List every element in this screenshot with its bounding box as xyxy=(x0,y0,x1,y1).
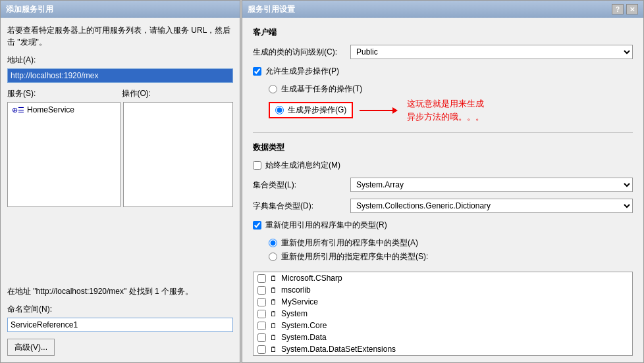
reuse-specified-radio[interactable] xyxy=(269,253,277,261)
assembly-icon-3: 🗒 xyxy=(270,310,277,318)
namespace-label: 命名空间(N): xyxy=(7,304,233,315)
always-generate-checkbox[interactable] xyxy=(253,161,261,170)
assembly-icon-1: 🗒 xyxy=(270,286,277,294)
async-operation-label: 生成异步操作(G) xyxy=(288,105,346,116)
annotation-container: 这玩意就是用来生成 异步方法的哦。。。 xyxy=(360,97,484,123)
assembly-checkbox-5[interactable] xyxy=(257,333,266,342)
async-radio-group: 生成基于任务的操作(T) 生成异步操作(G) 这玩意就是用来生成 异步方法的哦。… xyxy=(269,84,633,123)
right-title-bar: 服务引用设置 ? ✕ xyxy=(242,1,643,18)
async-operation-container: 生成异步操作(G) 这玩意就是用来生成 异步方法的哦。。。 xyxy=(269,97,633,123)
collection-type-label: 集合类型(L): xyxy=(253,180,345,191)
async-operation-row: 生成异步操作(G) xyxy=(269,102,353,118)
assembly-checkbox-4[interactable] xyxy=(257,322,266,330)
divider-1 xyxy=(253,132,633,133)
assembly-name-3: System xyxy=(281,309,308,318)
right-title: 服务引用设置 xyxy=(248,4,295,15)
arrow-head xyxy=(392,107,398,114)
assembly-checkbox-0[interactable] xyxy=(257,274,266,283)
assembly-name-4: System.Core xyxy=(281,321,327,330)
operations-box[interactable] xyxy=(123,102,234,207)
assembly-checkbox-2[interactable] xyxy=(257,298,266,306)
left-content: 若要查看特定服务器上的可用服务列表，请输入服务 URL，然后击 "发现"。 地址… xyxy=(1,18,240,362)
client-section-header: 客户端 xyxy=(253,27,633,38)
left-title: 添加服务引用 xyxy=(6,4,53,15)
dict-type-row: 字典集合类型(D): System.Collections.Generic.Di… xyxy=(253,199,633,213)
assembly-item-4[interactable]: 🗒 System.Core xyxy=(254,320,632,331)
assembly-name-0: Microsoft.CSharp xyxy=(281,274,342,283)
assembly-item-1[interactable]: 🗒 mscorlib xyxy=(254,284,632,296)
right-content: 客户端 生成的类的访问级别(C): Public Internal 允许生成异步… xyxy=(242,18,643,362)
services-label: 服务(S): xyxy=(7,88,119,99)
task-based-radio[interactable] xyxy=(269,85,277,93)
help-button[interactable]: ? xyxy=(612,4,624,14)
reuse-radio-group: 重新使用所有引用的程序集中的类型(A) 重新使用所引用的指定程序集中的类型(S)… xyxy=(269,237,633,262)
service-box[interactable]: ⊕☰ HomeService xyxy=(7,102,121,207)
access-level-row: 生成的类的访问级别(C): Public Internal xyxy=(253,45,633,59)
always-generate-row: 始终生成消息约定(M) xyxy=(253,160,633,171)
assembly-checkbox-3[interactable] xyxy=(257,310,266,318)
dict-type-select[interactable]: System.Collections.Generic.Dictionary xyxy=(350,199,633,213)
task-based-radio-row: 生成基于任务的操作(T) xyxy=(269,84,633,95)
assembly-checkbox-6[interactable] xyxy=(257,345,266,354)
left-title-bar: 添加服务引用 xyxy=(1,1,240,18)
async-checkbox-row: 允许生成异步操作(P) xyxy=(253,66,633,77)
assembly-item-0[interactable]: 🗒 Microsoft.CSharp xyxy=(254,272,632,284)
assembly-icon-5: 🗒 xyxy=(270,333,277,341)
async-operation-radio[interactable] xyxy=(275,106,284,114)
services-section: 服务(S): 操作(O): xyxy=(7,88,233,99)
reuse-all-radio[interactable] xyxy=(269,239,277,247)
assembly-icon-6: 🗒 xyxy=(270,345,277,353)
reuse-specified-radio-row: 重新使用所引用的指定程序集中的类型(S): xyxy=(269,251,633,262)
status-text: 在地址 "http://localhost:1920/mex" 处找到 1 个服… xyxy=(7,285,233,297)
async-checkbox-label: 允许生成异步操作(P) xyxy=(265,66,339,77)
assembly-name-1: mscorlib xyxy=(281,285,311,295)
reuse-all-radio-row: 重新使用所有引用的程序集中的类型(A) xyxy=(269,237,633,249)
reuse-all-label: 重新使用所有引用的程序集中的类型(A) xyxy=(281,237,418,249)
namespace-input[interactable] xyxy=(7,318,233,332)
left-panel: 添加服务引用 若要查看特定服务器上的可用服务列表，请输入服务 URL，然后击 "… xyxy=(0,0,240,363)
assembly-icon-4: 🗒 xyxy=(270,322,277,329)
operations-label: 操作(O): xyxy=(122,88,234,99)
service-icon: ⊕☰ xyxy=(12,106,24,114)
collection-type-select[interactable]: System.Array xyxy=(350,178,633,192)
assembly-icon-0: 🗒 xyxy=(270,274,277,282)
title-buttons: ? ✕ xyxy=(612,4,638,14)
annotation-text: 这玩意就是用来生成 异步方法的哦。。。 xyxy=(407,97,484,123)
arrow-line xyxy=(360,110,392,111)
assembly-checkbox-1[interactable] xyxy=(257,286,266,295)
assembly-item-2[interactable]: 🗒 MyService xyxy=(254,296,632,308)
close-button[interactable]: ✕ xyxy=(626,4,638,14)
reuse-specified-label: 重新使用所引用的指定程序集中的类型(S): xyxy=(281,251,428,262)
reuse-checkbox-label: 重新使用引用的程序集中的类型(R) xyxy=(265,220,387,231)
service-item[interactable]: ⊕☰ HomeService xyxy=(9,104,119,116)
reuse-checkbox[interactable] xyxy=(253,221,261,230)
always-generate-label: 始终生成消息约定(M) xyxy=(265,160,340,171)
access-level-select[interactable]: Public Internal xyxy=(350,45,633,59)
right-panel: 服务引用设置 ? ✕ 客户端 生成的类的访问级别(C): Public Inte… xyxy=(242,0,644,363)
data-type-section-header: 数据类型 xyxy=(253,142,633,153)
task-based-label: 生成基于任务的操作(T) xyxy=(281,84,362,95)
dict-type-label: 字典集合类型(D): xyxy=(253,201,345,212)
intro-text: 若要查看特定服务器上的可用服务列表，请输入服务 URL，然后击 "发现"。 xyxy=(7,24,233,48)
assembly-item-6[interactable]: 🗒 System.Data.DataSetExtensions xyxy=(254,343,632,355)
collection-type-row: 集合类型(L): System.Array xyxy=(253,178,633,192)
bottom-buttons: 高级(V)... xyxy=(7,339,233,356)
url-input[interactable] xyxy=(7,68,233,83)
assembly-name-2: MyService xyxy=(281,297,318,306)
assembly-item-3[interactable]: 🗒 System xyxy=(254,308,632,320)
advanced-button[interactable]: 高级(V)... xyxy=(7,339,55,356)
assembly-item-5[interactable]: 🗒 System.Data xyxy=(254,331,632,343)
assembly-name-5: System.Data xyxy=(281,333,327,342)
access-level-label: 生成的类的访问级别(C): xyxy=(253,47,345,58)
assemblies-list[interactable]: 🗒 Microsoft.CSharp 🗒 mscorlib 🗒 MyServic… xyxy=(253,272,633,356)
assembly-icon-2: 🗒 xyxy=(270,298,277,306)
service-item-label: HomeService xyxy=(27,105,74,114)
assembly-name-6: System.Data.DataSetExtensions xyxy=(281,345,396,354)
async-checkbox[interactable] xyxy=(253,67,261,76)
services-list: ⊕☰ HomeService xyxy=(7,102,233,280)
address-label: 地址(A): xyxy=(7,55,233,66)
reuse-checkbox-row: 重新使用引用的程序集中的类型(R) xyxy=(253,220,633,231)
